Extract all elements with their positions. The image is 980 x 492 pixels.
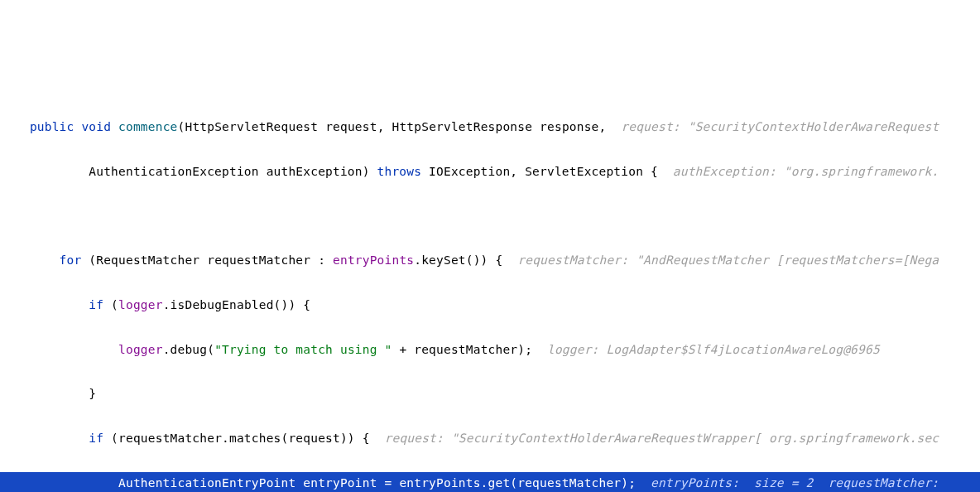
keyword-if: if [89, 298, 103, 311]
inline-hint: requestMatcher: "AndRequestMatcher [requ… [502, 253, 939, 267]
field-ref: logger [118, 343, 163, 356]
params: (HttpServletRequest request, HttpServlet… [178, 120, 607, 133]
execution-line[interactable]: AuthenticationEntryPoint entryPoint = en… [0, 472, 980, 492]
field-ref: entryPoints [333, 253, 414, 267]
params-cont: AuthenticationException authException) [89, 165, 377, 178]
inline-hint: entryPoints: size = 2 requestMatcher: [636, 476, 939, 490]
code-line[interactable]: if (logger.isDebugEnabled()) { [0, 294, 980, 316]
inline-hint: request: "SecurityContextHolderAwareRequ… [370, 432, 939, 445]
method-name: commence [118, 120, 177, 133]
code-line[interactable]: public void commence(HttpServletRequest … [0, 116, 980, 138]
keyword-throws: throws [377, 165, 422, 178]
throws-types: IOException, ServletException { [421, 165, 658, 178]
code-editor[interactable]: public void commence(HttpServletRequest … [0, 89, 980, 492]
keyword-for: for [60, 253, 82, 267]
for-rest: .keySet()) { [414, 253, 502, 267]
keyword-void: void [81, 120, 111, 133]
for-header: (RequestMatcher requestMatcher : [81, 253, 333, 267]
inline-hint: request: "SecurityContextHolderAwareRequ… [606, 120, 939, 133]
blank-line[interactable] [0, 205, 980, 227]
inline-hint: logger: LogAdapter$Slf4jLocationAwareLog… [532, 343, 880, 356]
code-line[interactable]: AuthenticationException authException) t… [0, 161, 980, 183]
code-line[interactable]: if (requestMatcher.matches(request)) { r… [0, 427, 980, 450]
field-ref: entryPoints [399, 476, 480, 490]
close-brace: } [89, 387, 96, 400]
string-literal: "Trying to match using " [214, 343, 392, 356]
inline-hint: authException: "org.springframework. [658, 165, 939, 178]
field-ref: logger [118, 298, 163, 311]
var-decl: AuthenticationEntryPoint entryPoint = [118, 476, 399, 490]
keyword-if: if [89, 432, 103, 445]
code-line[interactable]: logger.debug("Trying to match using " + … [0, 339, 980, 361]
code-line[interactable]: for (RequestMatcher requestMatcher : ent… [0, 249, 980, 272]
keyword-public: public [30, 120, 74, 133]
code-line[interactable]: } [0, 383, 980, 405]
